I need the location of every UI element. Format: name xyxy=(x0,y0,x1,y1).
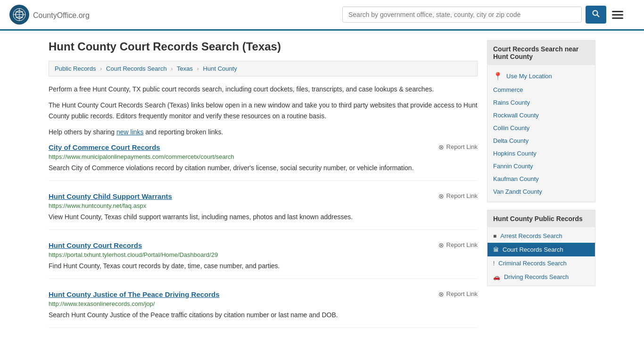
page-title: Hunt County Court Records Search (Texas) xyxy=(49,40,478,53)
sidebar: Court Records Search near Hunt County 📍 … xyxy=(487,40,595,339)
sidebar-link-hopkins-county[interactable]: Hopkins County xyxy=(487,147,595,160)
hamburger-menu-button[interactable] xyxy=(610,9,625,21)
svg-point-4 xyxy=(593,11,598,16)
report-link-button[interactable]: ⊗ Report Link xyxy=(438,143,478,151)
sidebar-link-rockwall-county[interactable]: Rockwall County xyxy=(487,109,595,122)
report-link-button[interactable]: ⊗ Report Link xyxy=(438,192,478,200)
sidebar-link-delta-county[interactable]: Delta County xyxy=(487,134,595,147)
report-icon: ⊗ xyxy=(438,290,444,298)
logo-text[interactable]: CountyOffice.org xyxy=(33,9,90,20)
result-item: City of Commerce Court Records ⊗ Report … xyxy=(49,143,478,181)
breadcrumb: Public Records › Court Records Search › … xyxy=(49,61,478,76)
sidebar-nearby-links: 📍 Use My Location Commerce Rains County … xyxy=(487,65,595,202)
location-icon: 📍 xyxy=(493,72,503,81)
result-title[interactable]: City of Commerce Court Records xyxy=(49,143,160,151)
report-icon: ⊗ xyxy=(438,241,444,249)
svg-line-5 xyxy=(597,15,600,17)
result-description: Search Hunt County Justice of the Peace … xyxy=(49,310,478,320)
sidebar-record-driving[interactable]: 🚗 Driving Records Search xyxy=(487,270,595,284)
result-title[interactable]: Hunt County Court Records xyxy=(49,241,142,249)
arrest-icon: ■ xyxy=(493,233,496,239)
main-container: Hunt County Court Records Search (Texas)… xyxy=(39,31,605,349)
report-icon: ⊗ xyxy=(438,143,444,151)
sidebar-link-van-zandt-county[interactable]: Van Zandt County xyxy=(487,185,595,198)
criminal-icon: ! xyxy=(493,260,495,267)
breadcrumb-court-records[interactable]: Court Records Search xyxy=(106,65,167,72)
search-area xyxy=(342,6,625,24)
report-icon: ⊗ xyxy=(438,192,444,200)
result-description: Find Hunt County, Texas court records by… xyxy=(49,261,478,271)
logo-icon xyxy=(9,5,29,25)
sidebar-record-arrest[interactable]: ■ Arrest Records Search xyxy=(487,229,595,243)
result-url[interactable]: https://www.municipalonlinepayments.com/… xyxy=(49,153,478,160)
header: CountyOffice.org xyxy=(0,0,644,31)
sidebar-link-fannin-county[interactable]: Fannin County xyxy=(487,160,595,173)
description-1: Perform a free Hunt County, TX public co… xyxy=(49,84,478,94)
use-my-location-link[interactable]: 📍 Use My Location xyxy=(487,69,595,83)
breadcrumb-texas[interactable]: Texas xyxy=(177,65,193,72)
sidebar-nearby-title: Court Records Search near Hunt County xyxy=(487,41,595,65)
description-3: Help others by sharing new links and rep… xyxy=(49,127,478,137)
result-title[interactable]: Hunt County Child Support Warrants xyxy=(49,192,172,200)
result-description: View Hunt County, Texas child support wa… xyxy=(49,212,478,222)
sidebar-record-criminal[interactable]: ! Criminal Records Search xyxy=(487,256,595,270)
sidebar-record-court[interactable]: 🏛 Court Records Search xyxy=(487,243,595,256)
sidebar-link-kaufman-county[interactable]: Kaufman County xyxy=(487,173,595,185)
sidebar-link-rains-county[interactable]: Rains County xyxy=(487,96,595,109)
sidebar-public-records-section: Hunt County Public Records ■ Arrest Reco… xyxy=(487,210,595,286)
result-description: Search City of Commerce violations recor… xyxy=(49,163,478,173)
sidebar-nearby-section: Court Records Search near Hunt County 📍 … xyxy=(487,40,595,202)
result-url[interactable]: http://www.texasonlinerecords.com/jop/ xyxy=(49,300,478,307)
search-button[interactable] xyxy=(586,6,606,24)
court-icon: 🏛 xyxy=(493,247,499,253)
description-2: The Hunt County Court Records Search (Te… xyxy=(49,100,478,121)
results-list: City of Commerce Court Records ⊗ Report … xyxy=(49,143,478,328)
result-item: Hunt County Justice of The Peace Driving… xyxy=(49,290,478,328)
logo-area: CountyOffice.org xyxy=(9,5,90,25)
search-input[interactable] xyxy=(342,7,582,23)
driving-icon: 🚗 xyxy=(493,274,500,280)
report-link-button[interactable]: ⊗ Report Link xyxy=(438,290,478,298)
result-item: Hunt County Child Support Warrants ⊗ Rep… xyxy=(49,192,478,230)
sidebar-link-commerce[interactable]: Commerce xyxy=(487,83,595,96)
breadcrumb-hunt-county[interactable]: Hunt County xyxy=(203,65,237,72)
content-area: Hunt County Court Records Search (Texas)… xyxy=(49,40,478,339)
result-url[interactable]: https://www.huntcounty.net/faq.aspx xyxy=(49,202,478,209)
sidebar-records-links: ■ Arrest Records Search 🏛 Court Records … xyxy=(487,227,595,286)
result-url[interactable]: https://portal.txhunt.tylerhost.cloud/Po… xyxy=(49,251,478,258)
new-links-link[interactable]: new links xyxy=(116,128,144,136)
sidebar-public-records-title: Hunt County Public Records xyxy=(487,210,595,227)
sidebar-link-collin-county[interactable]: Collin County xyxy=(487,122,595,134)
result-title[interactable]: Hunt County Justice of The Peace Driving… xyxy=(49,290,220,298)
breadcrumb-public-records[interactable]: Public Records xyxy=(55,65,96,72)
report-link-button[interactable]: ⊗ Report Link xyxy=(438,241,478,249)
result-item: Hunt County Court Records ⊗ Report Link … xyxy=(49,241,478,279)
